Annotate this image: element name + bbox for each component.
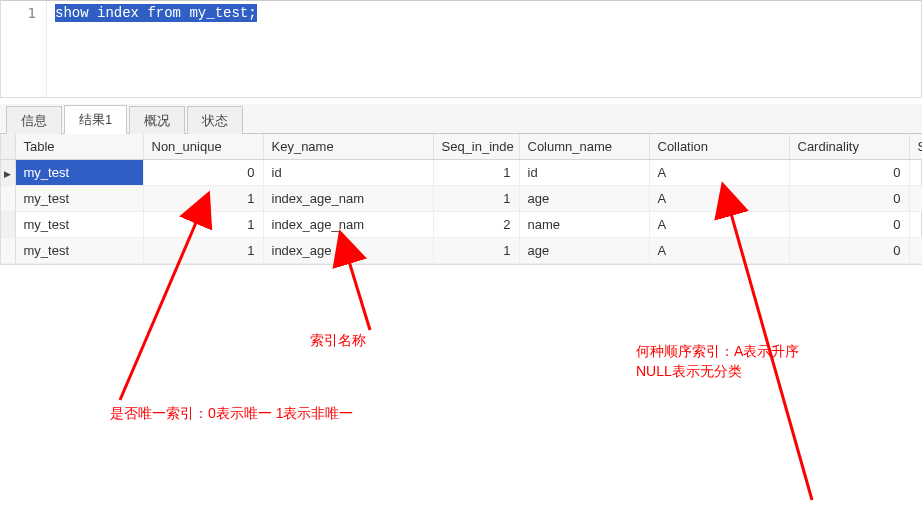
cell-non-unique[interactable]: 1	[143, 186, 263, 212]
col-table[interactable]: Table	[15, 134, 143, 160]
cell-collation[interactable]: A	[649, 186, 789, 212]
table-row[interactable]: my_test 1 index_age_nam 2 name A 0	[1, 212, 922, 238]
cell-seq[interactable]: 1	[433, 186, 519, 212]
grid-header-row: Table Non_unique Key_name Seq_in_inde Co…	[1, 134, 922, 160]
arrow-key-name	[348, 258, 370, 330]
col-extra[interactable]: S	[909, 134, 922, 160]
annotation-key-name: 索引名称	[310, 332, 366, 350]
table-row[interactable]: my_test 0 id 1 id A 0	[1, 160, 922, 186]
cell-extra	[909, 238, 922, 264]
cell-key-name[interactable]: index_age_nam	[263, 186, 433, 212]
cell-extra	[909, 160, 922, 186]
row-marker	[1, 238, 15, 264]
cell-collation[interactable]: A	[649, 238, 789, 264]
col-collation[interactable]: Collation	[649, 134, 789, 160]
tab-status[interactable]: 状态	[187, 106, 243, 134]
row-marker	[1, 212, 15, 238]
cell-column-name[interactable]: name	[519, 212, 649, 238]
cell-collation[interactable]: A	[649, 212, 789, 238]
cell-table[interactable]: my_test	[15, 212, 143, 238]
annotation-collation-line1: 何种顺序索引：A表示升序	[636, 343, 799, 361]
table-row[interactable]: my_test 1 index_age 1 age A 0	[1, 238, 922, 264]
cell-table[interactable]: my_test	[15, 238, 143, 264]
cell-key-name[interactable]: index_age_nam	[263, 212, 433, 238]
cell-column-name[interactable]: age	[519, 238, 649, 264]
cell-cardinality[interactable]: 0	[789, 212, 909, 238]
col-column-name[interactable]: Column_name	[519, 134, 649, 160]
cell-cardinality[interactable]: 0	[789, 186, 909, 212]
cell-column-name[interactable]: id	[519, 160, 649, 186]
result-grid[interactable]: Table Non_unique Key_name Seq_in_inde Co…	[0, 134, 922, 265]
cell-seq[interactable]: 2	[433, 212, 519, 238]
col-key-name[interactable]: Key_name	[263, 134, 433, 160]
cell-non-unique[interactable]: 1	[143, 238, 263, 264]
rowmark-header	[1, 134, 15, 160]
cell-key-name[interactable]: id	[263, 160, 433, 186]
cell-extra	[909, 212, 922, 238]
tab-result1[interactable]: 结果1	[64, 105, 127, 134]
cell-table[interactable]: my_test	[15, 186, 143, 212]
tab-info[interactable]: 信息	[6, 106, 62, 134]
cell-column-name[interactable]: age	[519, 186, 649, 212]
cell-table[interactable]: my_test	[15, 160, 143, 186]
table-row[interactable]: my_test 1 index_age_nam 1 age A 0	[1, 186, 922, 212]
col-non-unique[interactable]: Non_unique	[143, 134, 263, 160]
cell-cardinality[interactable]: 0	[789, 160, 909, 186]
sql-text[interactable]: show index from my_test;	[47, 1, 257, 97]
result-tabstrip: 信息 结果1 概况 状态	[0, 104, 922, 134]
line-number: 1	[28, 5, 36, 21]
editor-gutter: 1	[1, 1, 47, 97]
col-seq-in-index[interactable]: Seq_in_inde	[433, 134, 519, 160]
cell-collation[interactable]: A	[649, 160, 789, 186]
sql-editor[interactable]: 1 show index from my_test;	[0, 0, 922, 98]
cell-key-name[interactable]: index_age	[263, 238, 433, 264]
cell-cardinality[interactable]: 0	[789, 238, 909, 264]
annotation-non-unique: 是否唯一索引：0表示唯一 1表示非唯一	[110, 405, 353, 423]
sql-statement[interactable]: show index from my_test;	[55, 4, 257, 22]
cell-non-unique[interactable]: 1	[143, 212, 263, 238]
cell-non-unique[interactable]: 0	[143, 160, 263, 186]
col-cardinality[interactable]: Cardinality	[789, 134, 909, 160]
annotation-collation-line2: NULL表示无分类	[636, 363, 742, 381]
cell-seq[interactable]: 1	[433, 238, 519, 264]
tab-profile[interactable]: 概况	[129, 106, 185, 134]
cell-seq[interactable]: 1	[433, 160, 519, 186]
row-marker	[1, 186, 15, 212]
cell-extra	[909, 186, 922, 212]
row-marker	[1, 160, 15, 186]
